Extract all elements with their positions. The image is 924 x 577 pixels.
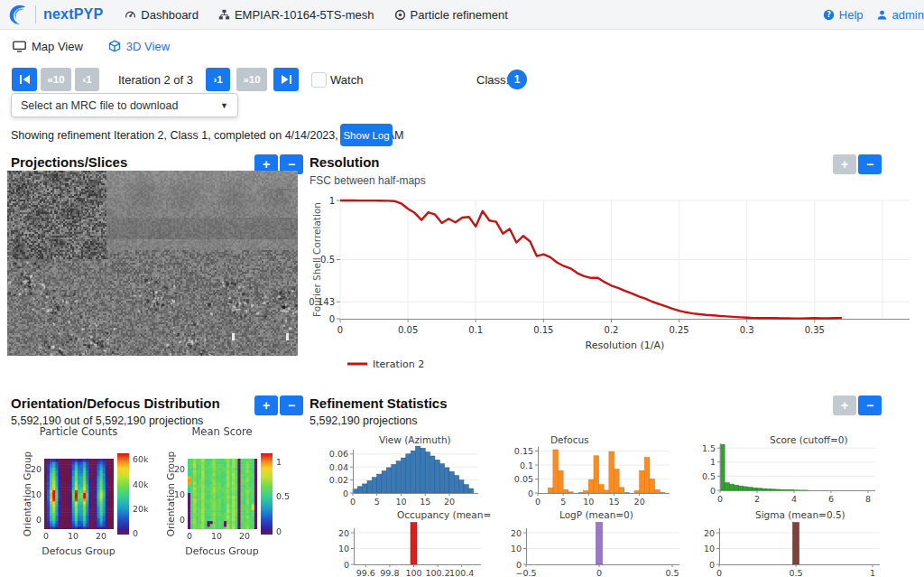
svg-text:10: 10 <box>583 497 594 507</box>
svg-text:0.04: 0.04 <box>329 462 348 472</box>
svg-text:5: 5 <box>560 497 566 507</box>
projections-title: Projections/Slices <box>11 154 127 170</box>
view-tabs: Map View 3D View <box>0 30 924 62</box>
tab-3d-view-label: 3D View <box>126 40 170 53</box>
user-menu[interactable]: admin <box>876 8 924 22</box>
cube-icon <box>108 40 121 52</box>
statistics-title: Refinement Statistics <box>310 396 448 411</box>
svg-text:15: 15 <box>608 497 619 507</box>
resolution-title: Resolution <box>310 154 380 170</box>
projections-slices-image <box>7 171 298 356</box>
defocus-histogram[interactable]: 0510152000.050.10.15Defocus <box>499 435 684 507</box>
svg-text:Iteration 2: Iteration 2 <box>373 358 424 370</box>
sigma-histogram[interactable]: 00.5101020Sigma (mean=0.5) <box>698 508 887 577</box>
svg-text:20: 20 <box>634 497 645 507</box>
svg-text:1: 1 <box>870 568 875 577</box>
svg-text:0: 0 <box>337 325 343 335</box>
occupancy-histogram[interactable]: 99.699.8100100.2100.401020Occupancy (mea… <box>311 508 492 577</box>
particle-counts-colorbar <box>117 453 129 535</box>
orientation-zoom-out-button[interactable]: − <box>280 396 303 415</box>
svg-text:Fourier Shell Correlation: Fourier Shell Correlation <box>311 202 322 317</box>
svg-text:−0.5: −0.5 <box>515 568 536 577</box>
top-navbar: nextPYP Dashboard EMPIAR-10164-5TS-mesh <box>0 0 924 30</box>
svg-text:0: 0 <box>709 560 715 570</box>
mean-score-cells <box>188 459 257 529</box>
nav-block-label: Particle refinement <box>411 8 508 22</box>
svg-text:20: 20 <box>444 497 455 507</box>
svg-text:0.1: 0.1 <box>520 461 533 470</box>
forward-1-button[interactable]: ›1 <box>206 68 230 91</box>
nav-dashboard[interactable]: Dashboard <box>125 8 199 22</box>
forward-10-button[interactable]: »10 <box>236 68 267 91</box>
svg-text:20: 20 <box>511 528 522 538</box>
svg-text:8: 8 <box>865 494 871 504</box>
last-iteration-button[interactable] <box>273 68 299 91</box>
svg-text:View (Azimuth): View (Azimuth) <box>379 435 451 445</box>
back-10-button[interactable]: «10 <box>41 68 71 91</box>
back-10-label: «10 <box>47 74 64 85</box>
first-iteration-button[interactable] <box>12 68 37 91</box>
particle-counts-title: Particle Counts <box>7 425 150 438</box>
svg-text:0: 0 <box>343 489 348 498</box>
svg-text:0: 0 <box>350 497 356 507</box>
svg-text:2: 2 <box>754 494 760 504</box>
navbar-right: ? Help admin <box>823 8 924 22</box>
class-badge[interactable]: 1 <box>507 70 527 89</box>
resolution-zoom-out-button[interactable]: − <box>858 154 882 174</box>
back-1-button[interactable]: ‹1 <box>75 68 99 91</box>
defocus-group-axis-label: Defocus Group <box>177 545 267 557</box>
svg-text:?: ? <box>827 10 831 19</box>
svg-text:0.5: 0.5 <box>702 471 716 481</box>
svg-text:1: 1 <box>710 457 716 467</box>
skip-first-icon <box>20 75 30 84</box>
statistics-zoom-in-button[interactable]: + <box>833 396 856 415</box>
svg-text:5: 5 <box>374 497 380 507</box>
svg-text:0.15: 0.15 <box>514 446 533 456</box>
mean-score-heatmap[interactable]: Mean Score Orientation Group Defocus Gro… <box>151 424 295 577</box>
brand-name: nextPYP <box>43 6 103 23</box>
tab-map-view[interactable]: Map View <box>13 40 83 53</box>
svg-text:0.05: 0.05 <box>514 474 533 484</box>
svg-text:0: 0 <box>329 314 335 324</box>
user-icon <box>876 9 888 21</box>
particle-counts-cells <box>44 459 114 529</box>
help-link[interactable]: ? Help <box>823 8 864 22</box>
particle-counts-heatmap[interactable]: Particle Counts Orientation Group Defocu… <box>7 424 152 577</box>
svg-text:0: 0 <box>717 494 723 504</box>
statistics-zoom-out-button[interactable]: − <box>858 396 882 415</box>
view-azimuth-histogram[interactable]: 0510152000.020.040.06View (Azimuth) <box>311 435 492 507</box>
nav-project[interactable]: EMPIAR-10164-5TS-mesh <box>218 8 374 22</box>
svg-text:0: 0 <box>535 497 541 507</box>
forward-10-label: »10 <box>243 74 260 85</box>
mrc-file-select[interactable]: Select an MRC file to download ▼ <box>11 93 238 117</box>
statistics-subtitle: 5,592,190 projections <box>310 414 418 427</box>
user-label: admin <box>892 8 924 22</box>
svg-text:0: 0 <box>528 489 533 498</box>
nav-project-label: EMPIAR-10164-5TS-mesh <box>235 8 374 22</box>
svg-text:Occupancy (mean=100): Occupancy (mean=100) <box>397 509 492 520</box>
mean-score-title: Mean Score <box>151 425 293 438</box>
svg-text:0: 0 <box>344 560 349 570</box>
svg-text:10: 10 <box>395 497 406 507</box>
svg-text:0.25: 0.25 <box>669 325 688 335</box>
monitor-icon <box>13 41 26 52</box>
svg-text:100.4: 100.4 <box>449 568 474 577</box>
mrc-file-select-value: Select an MRC file to download <box>21 99 178 112</box>
resolution-zoom-in-button[interactable]: + <box>833 154 856 174</box>
score-histogram[interactable]: 0246800.511.5Score (cutoff=0) <box>695 435 898 507</box>
nav-block[interactable]: Particle refinement <box>394 8 508 22</box>
show-log-button[interactable]: Show Log <box>340 124 393 146</box>
svg-text:0.5: 0.5 <box>320 255 335 265</box>
svg-text:0.5: 0.5 <box>789 568 802 577</box>
svg-text:20: 20 <box>338 528 349 538</box>
orientation-zoom-in-button[interactable]: + <box>254 396 278 415</box>
watch-checkbox[interactable] <box>311 72 327 88</box>
tab-3d-view[interactable]: 3D View <box>108 40 170 53</box>
logp-histogram[interactable]: −0.500.501020LogP (mean=0) <box>504 508 693 577</box>
orientation-title: Orientation/Defocus Distribution <box>11 396 220 411</box>
fsc-resolution-chart[interactable]: 00.050.10.150.20.250.30.3500.1430.51Reso… <box>310 183 916 377</box>
svg-text:0: 0 <box>596 568 602 577</box>
back-1-label: ‹1 <box>82 74 91 85</box>
svg-text:0.5: 0.5 <box>665 568 679 577</box>
particle-refinement-icon <box>394 9 406 21</box>
